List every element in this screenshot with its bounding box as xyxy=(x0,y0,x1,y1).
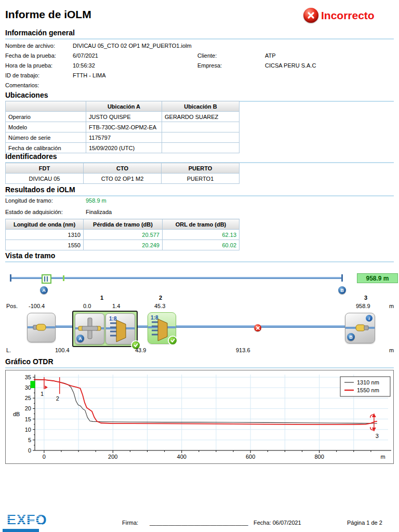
cell: JUSTO QUISPE xyxy=(86,112,162,122)
info-icon: i xyxy=(366,315,373,322)
col-header: CTO xyxy=(84,163,162,174)
cell-wavelength: 1310 xyxy=(6,230,84,240)
cell: CTO 02 OP1 M2 xyxy=(84,174,162,184)
marker-b-badge: B xyxy=(347,333,355,341)
pos-value: 958.9 xyxy=(356,303,370,309)
table-row: 1310 20.577 62.13 xyxy=(6,230,240,240)
row-label: Número de serie xyxy=(6,132,86,143)
col-header: ORL de tramo (dB) xyxy=(163,219,240,230)
cell: FTB-730C-SM2-OPM2-EA xyxy=(86,122,162,132)
cell xyxy=(162,122,240,132)
row-label: Operario xyxy=(6,112,86,122)
cell-orl: 62.13 xyxy=(163,230,240,240)
pos-value: 1.4 xyxy=(112,303,120,309)
table-row: Número de serie 1175797 xyxy=(6,132,240,143)
col-header: Longitud de onda (nm) xyxy=(6,219,84,230)
col-header: Pérdida de tramo (dB) xyxy=(84,219,163,230)
field-value: Finalizada xyxy=(86,209,112,215)
pos-label: Pos. xyxy=(6,303,18,309)
field-value: FTTH - LIMA xyxy=(73,72,106,78)
length-value: 913.6 xyxy=(236,347,250,353)
cell: 1175797 xyxy=(86,132,162,143)
field-value: 6/07/2021 xyxy=(73,52,98,59)
table-row: Operario JUSTO QUISPE GERARDO SUAREZ xyxy=(6,112,240,122)
length-unit: m xyxy=(389,347,394,353)
connector-a-element: A xyxy=(75,313,104,344)
svg-text:35: 35 xyxy=(25,374,31,380)
event-tick xyxy=(63,275,64,281)
field-value: ATP xyxy=(265,52,276,59)
splitter-element-2: 1:8 xyxy=(148,312,176,344)
field-label: Cliente: xyxy=(197,52,217,59)
status-badge: Incorrecto xyxy=(303,8,375,23)
svg-text:m: m xyxy=(380,454,385,460)
splitter-element-1: 1:8 xyxy=(105,313,135,344)
field-label: Estado de adquisición: xyxy=(5,209,63,215)
section-heading-general: Información general xyxy=(5,29,394,39)
marker-a-badge: A xyxy=(40,286,48,294)
field-value: 958.9 m xyxy=(86,197,107,204)
col-header: PUERTO xyxy=(162,163,240,174)
pos-value: 0.0 xyxy=(83,303,91,309)
identificadores-table: FDT CTO PUERTO DIVICAU 05 CTO 02 OP1 M2 … xyxy=(5,163,240,184)
connector-element-start xyxy=(27,313,56,342)
svg-text:10: 10 xyxy=(25,427,31,433)
event-group-1: A 1:8 xyxy=(72,311,138,347)
link-view: A B 958.9 m 1 2 3 Pos. -100.4 0.0 1.4 45… xyxy=(0,262,399,358)
svg-text:1310 nm: 1310 nm xyxy=(357,379,379,385)
resultados-table: Longitud de onda (nm) Pérdida de tramo (… xyxy=(5,219,240,250)
row-label: Fecha de calibración xyxy=(6,143,86,153)
svg-text:1:8: 1:8 xyxy=(151,315,158,321)
svg-text:400: 400 xyxy=(177,454,187,460)
section-heading-identificadores: Identificadores xyxy=(5,152,394,163)
signature-line: _______________________________ xyxy=(150,520,248,526)
fault-x-icon xyxy=(254,324,261,331)
connector-element-end: i B xyxy=(345,313,375,343)
field-label: Longitud de tramo: xyxy=(5,197,53,204)
svg-text:2: 2 xyxy=(56,395,59,402)
cell: DIVICAU 05 xyxy=(6,174,84,184)
status-label: Incorrecto xyxy=(321,9,375,22)
length-value: 43.9 xyxy=(135,347,146,353)
table-row: Fecha de calibración 15/09/2020 (UTC) xyxy=(6,143,240,153)
field-label: ID de trabajo: xyxy=(5,72,39,78)
col-header: FDT xyxy=(6,163,84,174)
svg-text:0: 0 xyxy=(43,454,46,460)
field-label: Comentarios: xyxy=(5,82,39,88)
field-value: DIVICAU 05_CTO 02 OP1 M2_PUERTO1.iolm xyxy=(73,43,192,49)
table-row: Modelo FTB-730C-SM2-OPM2-EA xyxy=(6,122,240,132)
table-row: 1550 20.249 60.02 xyxy=(6,240,240,250)
cell xyxy=(162,132,240,143)
table-row: DIVICAU 05 CTO 02 OP1 M2 PUERTO1 xyxy=(6,174,240,184)
exfo-logo-stripes xyxy=(7,512,42,528)
splitter-1-8-icon: 1:8 xyxy=(106,314,135,344)
otdr-chart-svg: 051015202530350200400600800mdB1231310 nm… xyxy=(6,370,393,463)
field-label: Empresa: xyxy=(197,62,222,69)
cell-orl: 60.02 xyxy=(163,240,240,250)
otdr-chart: 051015202530350200400600800mdB1231310 nm… xyxy=(5,370,394,464)
svg-text:600: 600 xyxy=(246,454,255,460)
cell: 15/09/2020 (UTC) xyxy=(86,143,162,153)
cell: GERARDO SUAREZ xyxy=(162,112,240,122)
marker-a-badge: A xyxy=(76,335,84,342)
marker-b-badge: B xyxy=(338,286,346,294)
link-end-tick xyxy=(341,274,343,282)
link-length-badge: 958.9 m xyxy=(357,273,398,283)
svg-text:200: 200 xyxy=(108,454,117,460)
length-value: 100.4 xyxy=(55,347,70,353)
page-title: Informe de iOLM xyxy=(5,8,91,21)
field-label: Fecha de la prueba: xyxy=(5,52,56,59)
event-number: 2 xyxy=(159,295,162,301)
svg-text:0: 0 xyxy=(28,447,31,454)
svg-text:1: 1 xyxy=(41,391,44,397)
connector-icon xyxy=(28,313,55,342)
event-number: 3 xyxy=(364,295,367,301)
svg-text:3: 3 xyxy=(376,433,379,439)
cell-wavelength: 1550 xyxy=(6,240,84,250)
footer-page-number: Página 1 de 2 xyxy=(347,520,382,526)
link-overview-bar xyxy=(10,277,343,279)
ubicaciones-table: Ubicación A Ubicación B Operario JUSTO Q… xyxy=(5,101,240,153)
pos-value: -100.4 xyxy=(29,303,45,309)
cell xyxy=(162,143,240,153)
cell: PUERTO1 xyxy=(162,174,240,184)
